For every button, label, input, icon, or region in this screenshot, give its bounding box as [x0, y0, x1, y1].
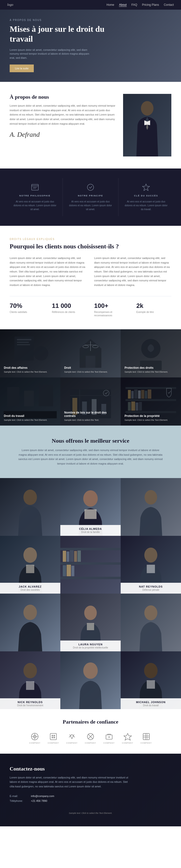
partner-6: COMPANY: [140, 732, 152, 744]
team-section: CÉLIA ALMEDA Droit de la famille: [0, 478, 181, 709]
partner-icon-6: [142, 732, 151, 741]
services-grid: Droit des affaires Sample text: Click to…: [0, 329, 181, 426]
philosophy-col-2: NOTRE PRINCIPE At vero eos et accusam et…: [63, 178, 118, 216]
service-title-3: Droit du travail: [4, 414, 56, 417]
nav-home[interactable]: Home: [106, 3, 114, 7]
svg-rect-61: [26, 565, 34, 573]
philosophy-col-1: NOTRE PHILOSOPHIE At vero eos et accusam…: [7, 178, 63, 216]
about-image: [123, 94, 171, 156]
partner-1: COMPANY: [48, 732, 59, 744]
service-card-2[interactable]: Protection des droits Sample text: Click…: [121, 329, 181, 377]
partner-name-4: COMPANY: [103, 742, 114, 744]
svg-point-80: [84, 606, 97, 620]
team-cell-left-mid: [0, 594, 60, 651]
nav-faq[interactable]: FAQ: [131, 3, 137, 7]
stat-label-0: Clients satisfaits: [10, 311, 45, 314]
nav-contact[interactable]: Contact: [164, 3, 174, 7]
philosophy-text-3: At vero eos et accusam et justo duo dolo…: [123, 200, 169, 211]
service-card-3[interactable]: Droit du travail Sample text: Click to s…: [0, 377, 60, 426]
team-row-1: CÉLIA ALMEDA Droit de la famille: [0, 478, 181, 536]
contact-description: Lorem ipsum dolor sit amet, consectetur …: [10, 775, 130, 789]
partners-heading: Partenaires de confiance: [10, 719, 171, 725]
svg-rect-76: [147, 565, 155, 573]
service-overlay-2: Protection des droits Sample text: Click…: [121, 329, 181, 377]
philosophy-label-1: NOTRE PHILOSOPHIE: [12, 194, 58, 197]
partner-name-0: COMPANY: [29, 742, 41, 744]
stats-row: 70% Clients satisfaits 11 000 Références…: [10, 296, 171, 317]
partner-svg-4: [105, 733, 113, 741]
service-sample-0: Sample text: Click to select the Text El…: [4, 370, 56, 374]
partner-icon-3: [86, 732, 95, 741]
svg-point-78: [23, 604, 37, 620]
contact-email-label: E-mail:: [10, 795, 29, 798]
hero-label: À PROPOS DE NOUS: [10, 19, 171, 22]
svg-point-83: [144, 606, 157, 620]
philosophy-svg-3: [142, 183, 150, 192]
service-card-5[interactable]: Protection de la propriété Sample text: …: [121, 377, 181, 426]
about-image-inner: [123, 94, 171, 156]
hero-title: Mises à jour sur le droit du travail: [10, 24, 106, 44]
team-row-4: NICK REYNOLDS Droit de l'environnement: [0, 651, 181, 709]
svg-point-55: [83, 490, 98, 507]
service-title-1: Droit: [64, 366, 117, 370]
stat-3: 2k Exemple de titre: [136, 302, 171, 317]
partner-svg-6: [142, 733, 150, 741]
svg-rect-97: [52, 735, 53, 736]
service-sample-5: Sample text: Click to select the Text El…: [125, 418, 177, 422]
right-mid-svg: [121, 594, 181, 651]
partner-name-6: COMPANY: [140, 742, 152, 744]
contact-email-row: E-mail: info@company.com: [10, 795, 171, 798]
team-role-laura: Droit de la propriété intellectuelle: [64, 646, 117, 649]
svg-rect-67: [67, 552, 69, 562]
about-paragraph: Lorem ipsum dolor sit amet, consectetur …: [10, 103, 116, 126]
center-bot-svg: [60, 651, 121, 709]
service-card-1[interactable]: Droit Sample text: Click to select the T…: [60, 329, 121, 377]
service-card-4[interactable]: Nombre de lois sur le droit des contrats…: [60, 377, 121, 426]
partner-name-2: COMPANY: [67, 742, 78, 744]
svg-point-75: [144, 548, 157, 562]
team-info-nat: NAT REYNOLDS Défense pénale: [121, 583, 181, 594]
navigation: logo Home About FAQ Pricing Plans Contac…: [0, 0, 181, 10]
partner-icon-5: [123, 732, 132, 741]
nav-pricing[interactable]: Pricing Plans: [142, 3, 159, 7]
philosophy-svg-2: [86, 183, 95, 192]
nav-about[interactable]: About: [119, 3, 126, 7]
team-cell-center-mid: [60, 536, 121, 594]
svg-marker-107: [124, 734, 131, 740]
svg-rect-98: [54, 735, 55, 736]
partners-logos: COMPANY COMPANY COMPANY: [10, 732, 171, 744]
why-section: DROITS LÉGAUX EXPLIQUÉS Pourquoi les cli…: [0, 226, 181, 329]
partner-0: COMPANY: [29, 732, 41, 744]
team-info-celia: CÉLIA ALMEDA Droit de la famille: [60, 525, 121, 536]
philosophy-text-1: At vero eos et accusam et justo duo dolo…: [12, 200, 58, 211]
hero-cta-button[interactable]: Lire la suite: [10, 64, 34, 72]
about-section: À propos de nous Lorem ipsum dolor sit a…: [0, 82, 181, 168]
svg-rect-64: [60, 562, 121, 565]
service-card-0[interactable]: Droit des affaires Sample text: Click to…: [0, 329, 60, 377]
service-overlay-1: Droit Sample text: Click to select the T…: [60, 329, 121, 377]
svg-point-7: [87, 184, 94, 190]
partner-svg-2: [68, 733, 76, 741]
best-service-text: Lorem ipsum dolor sit amet, consectetur …: [18, 448, 163, 466]
contact-phone-label: Téléphone:: [10, 799, 29, 802]
team-cell-right-mid: [121, 594, 181, 651]
signature: A. Defrand: [10, 131, 116, 138]
stat-number-2: 100+: [94, 302, 129, 310]
stat-number-3: 2k: [136, 302, 171, 310]
partner-icon-2: [68, 732, 76, 741]
philosophy-col-3: CLÉ DU SUCCÈS At vero eos et accusam et …: [119, 178, 174, 216]
best-service-heading: Nous offrons le meilleur service: [10, 438, 171, 444]
team-info-laura: LAURA NGUYEN Droit de la propriété intel…: [60, 641, 121, 651]
team-name-michael: MICHAEL JOHNSON: [124, 701, 178, 704]
logo: logo: [7, 3, 13, 7]
why-label: DROITS LÉGAUX EXPLIQUÉS: [10, 238, 171, 241]
partner-icon-1: [49, 732, 58, 741]
team-cell-right-top: [121, 478, 181, 536]
best-service-section: Nous offrons le meilleur service Lorem i…: [0, 426, 181, 478]
team-info-nick: NICK REYNOLDS Droit de l'environnement: [0, 698, 60, 709]
service-overlay-3: Droit du travail Sample text: Click to s…: [0, 377, 60, 426]
team-row-3: LAURA NGUYEN Droit de la propriété intel…: [0, 594, 181, 651]
contact-phone-value: +21 456 7890: [31, 799, 47, 802]
service-title-4: Nombre de lois sur le droit des contrats: [64, 411, 117, 417]
about-person-svg: [123, 94, 171, 156]
